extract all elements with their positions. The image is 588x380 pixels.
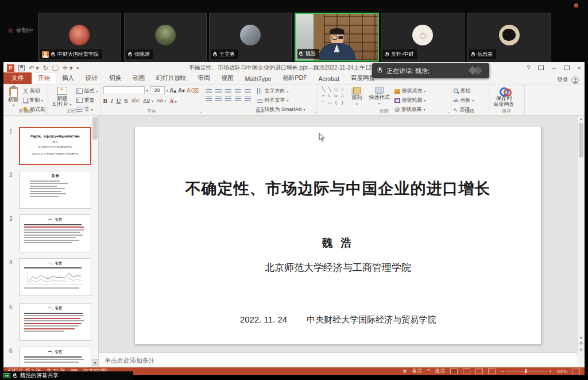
- tab-animations[interactable]: 动画: [127, 72, 150, 84]
- replace-button[interactable]: ab替换 ▾: [454, 97, 474, 104]
- slide-date-line[interactable]: 2022. 11. 24中央财经大学国际经济与贸易学院: [135, 314, 541, 325]
- change-case-button[interactable]: Aa ▾: [157, 98, 167, 103]
- slide-thumbnail[interactable]: 目 录: [19, 171, 91, 209]
- tab-slideshow[interactable]: 幻灯片放映: [150, 72, 192, 84]
- copy-button[interactable]: 复制 ▾: [23, 97, 45, 104]
- font-size-combobox[interactable]: 20: [150, 86, 165, 94]
- tab-foxit-pdf[interactable]: 福昕PDF: [277, 72, 313, 84]
- slide-thumbnail[interactable]: 一、引言: [19, 347, 91, 368]
- notes-toggle[interactable]: 备注: [412, 367, 422, 375]
- reading-view-button[interactable]: [475, 369, 483, 374]
- save-icon[interactable]: [18, 65, 25, 71]
- login-area[interactable]: 登录: [557, 76, 585, 84]
- align-center-icon[interactable]: [215, 95, 222, 101]
- reset-button[interactable]: 重置: [76, 97, 98, 104]
- clear-formatting-icon[interactable]: A⌫: [187, 87, 199, 94]
- cut-button[interactable]: 剪切: [23, 87, 45, 95]
- tab-home[interactable]: 开始: [32, 72, 56, 84]
- comments-toggle[interactable]: 批注: [435, 367, 445, 375]
- dialog-launcher-icon[interactable]: ↘: [314, 110, 316, 114]
- tab-file[interactable]: 文件: [3, 72, 32, 84]
- customize-qat-icon[interactable]: ▪: [76, 64, 79, 72]
- underline-button[interactable]: U: [117, 97, 121, 104]
- participant-tile[interactable]: 张晓涛: [124, 13, 207, 62]
- scroll-up-icon[interactable]: ▲: [578, 116, 585, 122]
- participant-tile[interactable]: 岳思嘉: [467, 13, 551, 62]
- increase-indent-icon[interactable]: [235, 88, 241, 93]
- current-slide[interactable]: 不确定性、市场边际与中国企业的进口增长 魏 浩 北京师范大学经济与工商管理学院 …: [134, 126, 541, 344]
- ribbon-display-button[interactable]: [538, 66, 544, 70]
- participant-tile[interactable]: 王立勇: [209, 13, 292, 62]
- dialog-launcher-icon[interactable]: ↘: [199, 110, 202, 114]
- columns-icon[interactable]: [245, 95, 251, 101]
- dialog-launcher-icon[interactable]: ↘: [447, 110, 450, 114]
- tab-view[interactable]: 视图: [216, 72, 239, 84]
- bullets-icon[interactable]: [206, 88, 212, 93]
- zoom-out-button[interactable]: −: [501, 369, 504, 374]
- participant-tile[interactable]: 中财大国经贸学院: [38, 13, 121, 62]
- thumbnail-scrollbar[interactable]: [92, 117, 98, 140]
- font-name-combobox[interactable]: [103, 86, 145, 94]
- zoom-level[interactable]: 84%: [557, 369, 567, 374]
- tab-acrobat[interactable]: Acrobat: [313, 74, 345, 84]
- scrollbar-thumb[interactable]: [579, 123, 583, 158]
- zoom-in-button[interactable]: +: [549, 369, 552, 374]
- align-right-icon[interactable]: [225, 95, 231, 101]
- slide-thumbnail[interactable]: 一、引言: [19, 214, 91, 252]
- tab-design[interactable]: 设计: [80, 72, 103, 84]
- find-button[interactable]: 查找: [454, 87, 474, 95]
- paste-button[interactable]: 粘贴 ▾: [6, 86, 21, 108]
- zoom-slider-knob[interactable]: [525, 369, 527, 373]
- slide-thumbnail-selected[interactable]: 不确定性、市场边际与中国企业的进口增长 魏 浩 北京师范大学经济与工商管理学院 …: [19, 127, 91, 165]
- slide-thumbnail[interactable]: 一、引言: [19, 258, 91, 296]
- strikethrough-button[interactable]: S: [125, 97, 128, 104]
- previous-slide-icon[interactable]: ≛: [578, 341, 585, 346]
- shape-fill-button[interactable]: 形状填充 ▾: [394, 87, 426, 95]
- layout-button[interactable]: 版式 ▾: [76, 87, 98, 95]
- dialog-launcher-icon[interactable]: ↘: [44, 110, 47, 114]
- italic-button[interactable]: I: [111, 97, 113, 104]
- zoom-slider[interactable]: [506, 371, 547, 371]
- save-to-baidu-button[interactable]: 保存到百度网盘: [492, 86, 517, 108]
- help-button[interactable]: ?: [527, 64, 530, 71]
- tab-review[interactable]: 审阅: [192, 72, 216, 84]
- minimize-button[interactable]: –: [552, 64, 555, 71]
- slide-title[interactable]: 不确定性、市场边际与中国企业的进口增长: [135, 178, 541, 199]
- slideshow-view-button[interactable]: [488, 369, 496, 374]
- tab-insert[interactable]: 插入: [56, 72, 80, 84]
- shape-outline-button[interactable]: 形状轮廓 ▾: [394, 97, 426, 104]
- text-direction-button[interactable]: 文字方向 ▾: [257, 87, 305, 95]
- decrease-font-icon[interactable]: A▾: [178, 87, 185, 94]
- redo-icon[interactable]: ↻: [43, 64, 48, 72]
- font-color-button[interactable]: A ▾: [169, 98, 176, 104]
- numbering-icon[interactable]: [215, 88, 222, 93]
- shapes-gallery[interactable]: ╲╲□○ ⌐L⇨⇩ ◠◡{}: [320, 86, 347, 108]
- restore-button[interactable]: [564, 66, 570, 70]
- justify-icon[interactable]: [235, 95, 241, 101]
- slide-affiliation[interactable]: 北京师范大学经济与工商管理学院: [135, 261, 541, 274]
- thumbnail-scroll-down-icon[interactable]: ▼: [92, 359, 98, 366]
- slide-sorter-view-button[interactable]: [463, 369, 470, 374]
- align-text-button[interactable]: 对齐文本 ▾: [257, 97, 305, 104]
- bold-button[interactable]: B: [103, 97, 107, 104]
- slideshow-icon[interactable]: 🖵: [52, 64, 59, 72]
- line-spacing-icon[interactable]: [245, 88, 251, 93]
- slide-thumbnail[interactable]: 一、引言: [19, 303, 91, 341]
- undo-icon[interactable]: ↶ ▾: [29, 64, 39, 72]
- quick-styles-button[interactable]: 快速样式 ▾: [367, 86, 392, 108]
- align-left-icon[interactable]: [206, 95, 212, 101]
- new-slide-button[interactable]: 新建幻灯片 ▾: [51, 86, 74, 108]
- shadow-button[interactable]: abc: [131, 98, 140, 103]
- touch-mode-icon[interactable]: ✛ ▾: [63, 64, 73, 72]
- participant-tile[interactable]: 吴轩-中财: [381, 13, 465, 62]
- participant-tile-speaking[interactable]: 魏浩: [295, 13, 379, 62]
- vertical-scrollbar[interactable]: ▲ ▼ ≛ ≚: [577, 116, 584, 352]
- next-slide-icon[interactable]: ≚: [578, 348, 585, 352]
- char-spacing-button[interactable]: A̲V̲ ▾: [143, 98, 153, 103]
- close-button[interactable]: ×: [578, 64, 581, 71]
- powerpoint-logo-icon[interactable]: P: [7, 64, 14, 72]
- decrease-indent-icon[interactable]: [225, 88, 231, 93]
- increase-font-icon[interactable]: A▴: [170, 87, 177, 94]
- fit-to-window-button[interactable]: [572, 369, 580, 374]
- arrange-button[interactable]: 排列 ▾: [350, 86, 365, 108]
